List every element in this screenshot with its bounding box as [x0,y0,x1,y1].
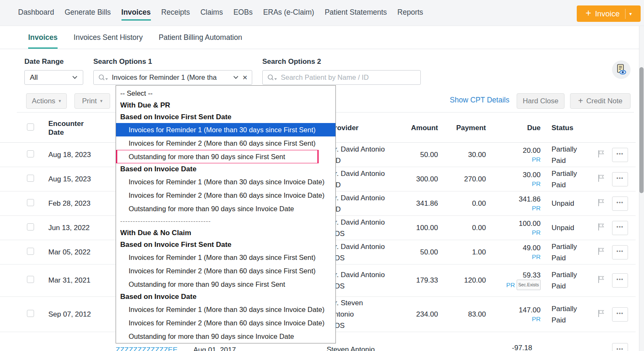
amount-cell: 300.00 [393,175,438,183]
date-range-value: All [30,73,38,82]
credit-note-button[interactable]: + Credit Note [570,93,631,109]
due-cell: 100.00 PR [486,219,541,237]
dropdown-group: Based on Invoice Date [116,291,335,303]
due-cell: 59.33 PR Sec.Exists [486,271,541,290]
amount-cell: 234.00 [393,310,438,319]
scrollbar-thumb[interactable] [639,67,644,193]
status-cell: Partially Paid [541,269,592,292]
flag-icon[interactable] [598,275,604,286]
row-checkbox[interactable] [27,150,34,157]
dropdown-option[interactable]: Invoices for Reminder 2 (More than 60 da… [116,316,335,330]
search-options-2-input[interactable]: Search Patient by Name / ID [262,70,421,85]
nav-item-generate-bills[interactable]: Generate Bills [65,5,111,21]
row-actions-button[interactable]: ••• [612,273,628,288]
vertical-scrollbar[interactable] [639,26,644,351]
chevron-down-icon[interactable]: ▾ [629,11,632,17]
nav-item-receipts[interactable]: Receipts [161,5,190,21]
more-dots-icon: ••• [616,346,623,351]
row-checkbox[interactable] [27,199,34,206]
search-icon[interactable] [98,74,108,81]
new-invoice-button[interactable]: + Invoice ▾ [577,5,641,22]
hard-close-label: Hard Close [523,97,558,105]
tab-invoices[interactable]: Invoices [28,26,58,49]
actions-button[interactable]: Actions ▾ [26,93,67,109]
row-checkbox[interactable] [27,248,34,255]
dropdown-option[interactable]: Invoices for Reminder 2 (More than 60 da… [116,189,335,202]
dropdown-option[interactable]: Invoices for Reminder 2 (More than 60 da… [116,264,335,278]
dropdown-option[interactable]: Invoices for Reminder 1 (More than 30 da… [116,123,335,136]
plus-icon: + [586,8,591,19]
chevron-down-icon: ▾ [100,98,103,104]
dropdown-group: Based on Invoice First Sent Date [116,239,335,251]
encounter-date-cell: Sep 07, 2012 [45,310,116,319]
provider-cell: Steven Antonio [327,346,375,351]
date-range-select[interactable]: All [24,70,83,85]
row-checkbox[interactable] [27,223,34,231]
dropdown-option[interactable]: Invoices for Reminder 1 (More than 30 da… [116,175,335,189]
row-checkbox[interactable] [27,175,34,182]
invoice-number-link[interactable]: ZZZZZZZZZZZZEE [116,346,177,351]
row-actions-button[interactable]: ••• [612,196,628,211]
hard-close-button[interactable]: Hard Close [517,93,565,109]
row-actions-button[interactable]: ••• [612,221,628,235]
nav-item-patient-statements[interactable]: Patient Statements [325,5,387,21]
dropdown-select[interactable]: -- Select -- [116,87,335,100]
pr-tag: PR [506,280,515,289]
due-cell: 147.00 PR [486,306,541,323]
encounter-date-cell: Mar 05, 2022 [45,248,116,257]
clear-icon[interactable]: ✕ [242,74,248,81]
row-checkbox[interactable] [27,310,34,317]
dropdown-option[interactable]: Outstanding for more than 90 days since … [116,150,335,163]
tab-patient-billing-automation[interactable]: Patient Billing Automation [158,26,242,49]
dropdown-option[interactable]: Outstanding for more than 90 days since … [116,330,335,343]
flag-icon[interactable] [598,150,604,160]
print-button[interactable]: Print ▾ [74,93,110,109]
pr-tag: PR [532,228,541,237]
flag-icon[interactable] [598,223,604,233]
due-value: 100.00 [486,219,541,228]
tab-invoices-sent-history[interactable]: Invoices Sent History [74,26,143,49]
nav-item-invoices[interactable]: Invoices [121,5,151,21]
provider-cell: Dr. David AntonioMD [326,192,393,215]
chevron-down-icon[interactable] [233,76,239,79]
flag-icon[interactable] [598,199,604,209]
dropdown-option[interactable]: Outstanding for more than 90 days since … [116,278,335,291]
select-all-checkbox[interactable] [27,123,34,131]
pr-tag: PR [532,179,541,188]
status-cell: Partially Paid [541,168,592,191]
plus-icon: + [578,96,583,106]
due-cell: 49.00 PR [486,244,541,261]
due-value: 49.00 [486,244,541,252]
nav-item-eras-e-claim[interactable]: ERAs (e-Claim) [263,5,314,21]
dropdown-separator: ------------------------------------ [116,215,335,227]
row-actions-button[interactable]: ••• [612,245,628,259]
dropdown-option[interactable]: Invoices for Reminder 1 (More than 30 da… [116,303,335,316]
payment-cell: 0.00 [438,224,486,232]
row-actions-button[interactable]: ••• [612,307,628,322]
dropdown-option[interactable]: Outstanding for more than 90 days since … [116,202,335,215]
nav-item-reports[interactable]: Reports [397,5,423,21]
nav-item-dashboard[interactable]: Dashboard [18,5,54,21]
encounter-date-cell: Jun 13, 2022 [45,224,116,232]
row-actions-button[interactable]: ••• [612,172,628,186]
row-actions-button[interactable]: ••• [612,343,628,351]
provider-cell: Dr. David AntonioMD [326,144,393,166]
search-options-1-input[interactable]: Invoices for Reminder 1 (More tha ✕ [93,70,252,85]
dropdown-option[interactable]: Invoices for Reminder 2 (More than 60 da… [116,136,335,150]
nav-item-claims[interactable]: Claims [201,5,223,21]
encounter-date-cell: Aug 15, 2023 [45,175,116,183]
flag-icon[interactable] [598,174,604,184]
show-cpt-details-link[interactable]: Show CPT Details [450,96,509,105]
provider-cell: Dr. David AntonioDDS [326,269,393,292]
actions-label: Actions [32,97,55,105]
row-checkbox[interactable] [27,276,34,283]
row-actions-button[interactable]: ••• [612,148,628,162]
nav-item-eobs[interactable]: EOBs [233,5,253,21]
search-icon[interactable] [267,74,277,81]
search-options-2-placeholder: Search Patient by Name / ID [281,73,416,81]
due-value: 341.86 [486,195,541,204]
patient-statement-view-button[interactable] [612,60,631,79]
dropdown-option[interactable]: Invoices for Reminder 1 (More than 30 da… [116,251,335,264]
flag-icon[interactable] [598,247,604,257]
flag-icon[interactable] [598,309,604,320]
